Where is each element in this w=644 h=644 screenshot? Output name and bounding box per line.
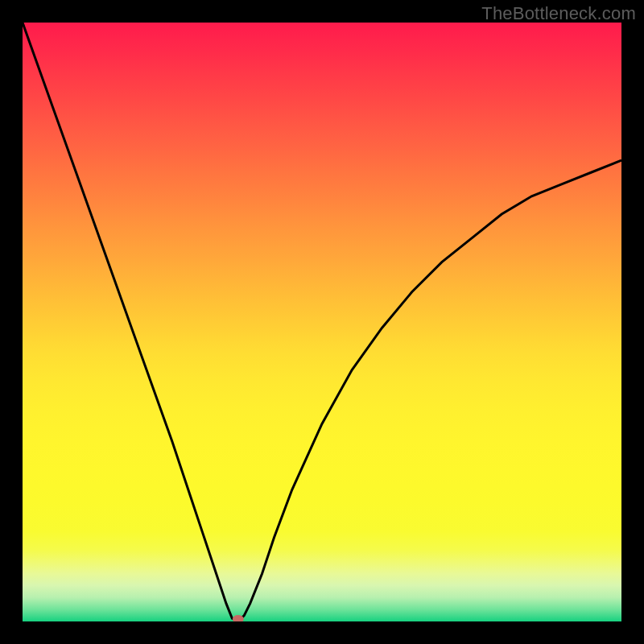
plot-area — [23, 23, 621, 621]
chart-frame: TheBottleneck.com — [0, 0, 644, 644]
chart-svg — [23, 23, 621, 621]
gradient-background — [23, 23, 621, 621]
watermark-text: TheBottleneck.com — [481, 3, 636, 24]
